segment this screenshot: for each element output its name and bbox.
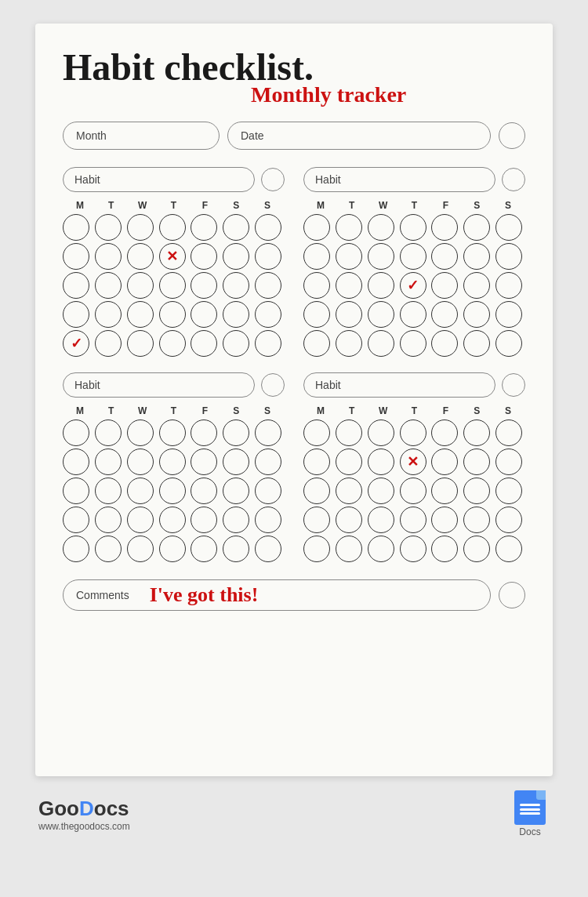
h2-r4-c7[interactable] (495, 301, 522, 328)
comment-pill[interactable]: Comments I've got this! (63, 579, 491, 611)
h2-r3-c6[interactable] (463, 272, 490, 299)
h3-r5-c4[interactable] (159, 536, 186, 562)
h4-r2-c1[interactable] (303, 448, 330, 475)
habit-4-pill[interactable]: Habit (303, 372, 495, 398)
h3-r5-c1[interactable] (63, 536, 89, 562)
h3-r1-c4[interactable] (159, 419, 186, 446)
h2-r2-c2[interactable] (336, 243, 362, 270)
h4-r4-c1[interactable] (303, 507, 330, 533)
h3-r1-c1[interactable] (63, 419, 89, 446)
h2-r1-c7[interactable] (495, 214, 522, 241)
h2-r3-c3[interactable] (368, 272, 394, 299)
h2-r1-c2[interactable] (336, 214, 362, 241)
h2-r5-c1[interactable] (303, 330, 330, 357)
h1-r4-c2[interactable] (95, 301, 122, 328)
h2-r1-c4[interactable] (400, 214, 426, 241)
h1-r1-c3[interactable] (127, 214, 154, 241)
h1-r5-c7[interactable] (255, 330, 281, 357)
h1-r1-c5[interactable] (191, 214, 217, 241)
h2-r3-c4[interactable]: ✓ (400, 272, 426, 299)
h2-r4-c2[interactable] (336, 301, 362, 328)
h1-r3-c3[interactable] (127, 272, 154, 299)
h3-r2-c4[interactable] (159, 448, 186, 475)
h2-r5-c4[interactable] (400, 330, 426, 357)
h3-r5-c5[interactable] (191, 536, 217, 562)
h1-r2-c4[interactable]: ✕ (159, 243, 186, 270)
h3-r1-c2[interactable] (95, 419, 122, 446)
h2-r1-c3[interactable] (368, 214, 394, 241)
h4-r4-c2[interactable] (336, 507, 362, 533)
h1-r5-c4[interactable] (159, 330, 186, 357)
h2-r1-c5[interactable] (431, 214, 458, 241)
h4-r4-c4[interactable] (400, 507, 426, 533)
h2-r2-c6[interactable] (463, 243, 490, 270)
h3-r2-c3[interactable] (127, 448, 154, 475)
h3-r3-c5[interactable] (191, 478, 217, 504)
h1-r1-c7[interactable] (255, 214, 281, 241)
h3-r5-c7[interactable] (255, 536, 281, 562)
h2-r2-c1[interactable] (303, 243, 330, 270)
h4-r3-c3[interactable] (368, 478, 394, 504)
h1-r3-c2[interactable] (95, 272, 122, 299)
h1-r4-c4[interactable] (159, 301, 186, 328)
h4-r5-c5[interactable] (431, 536, 458, 562)
h4-r2-c3[interactable] (368, 448, 394, 475)
h3-r4-c6[interactable] (223, 507, 249, 533)
h3-r1-c7[interactable] (255, 419, 281, 446)
h4-r4-c7[interactable] (495, 507, 522, 533)
habit-2-pill[interactable]: Habit (303, 167, 495, 192)
h2-r2-c5[interactable] (431, 243, 458, 270)
h3-r1-c3[interactable] (127, 419, 154, 446)
h3-r1-c5[interactable] (191, 419, 217, 446)
h4-r3-c6[interactable] (463, 478, 490, 504)
h3-r4-c1[interactable] (63, 507, 89, 533)
h2-r4-c4[interactable] (400, 301, 426, 328)
h1-r1-c1[interactable] (63, 214, 89, 241)
h4-r3-c1[interactable] (303, 478, 330, 504)
h2-r5-c5[interactable] (431, 330, 458, 357)
h4-r1-c4[interactable] (400, 419, 426, 446)
h2-r3-c7[interactable] (495, 272, 522, 299)
h4-r1-c6[interactable] (463, 419, 490, 446)
h2-r3-c5[interactable] (431, 272, 458, 299)
h2-r4-c3[interactable] (368, 301, 394, 328)
h1-r2-c3[interactable] (127, 243, 154, 270)
h4-r1-c3[interactable] (368, 419, 394, 446)
h2-r2-c7[interactable] (495, 243, 522, 270)
h3-r1-c6[interactable] (223, 419, 249, 446)
h3-r5-c2[interactable] (95, 536, 122, 562)
h3-r2-c7[interactable] (255, 448, 281, 475)
h2-r5-c2[interactable] (336, 330, 362, 357)
h4-r4-c3[interactable] (368, 507, 394, 533)
h2-r3-c2[interactable] (336, 272, 362, 299)
h3-r5-c3[interactable] (127, 536, 154, 562)
h4-r5-c1[interactable] (303, 536, 330, 562)
h1-r2-c7[interactable] (255, 243, 281, 270)
h3-r2-c2[interactable] (95, 448, 122, 475)
habit-1-pill[interactable]: Habit (63, 167, 255, 192)
h2-r4-c1[interactable] (303, 301, 330, 328)
h1-r1-c4[interactable] (159, 214, 186, 241)
h4-r3-c4[interactable] (400, 478, 426, 504)
h4-r5-c4[interactable] (400, 536, 426, 562)
h4-r4-c5[interactable] (431, 507, 458, 533)
h4-r5-c3[interactable] (368, 536, 394, 562)
h3-r4-c2[interactable] (95, 507, 122, 533)
h3-r3-c1[interactable] (63, 478, 89, 504)
h3-r5-c6[interactable] (223, 536, 249, 562)
h1-r5-c5[interactable] (191, 330, 217, 357)
h1-r3-c1[interactable] (63, 272, 89, 299)
h1-r1-c2[interactable] (95, 214, 122, 241)
h2-r1-c1[interactable] (303, 214, 330, 241)
h1-r5-c6[interactable] (223, 330, 249, 357)
h1-r3-c4[interactable] (159, 272, 186, 299)
h1-r5-c2[interactable] (95, 330, 122, 357)
h1-r2-c6[interactable] (223, 243, 249, 270)
h3-r3-c7[interactable] (255, 478, 281, 504)
habit-3-pill[interactable]: Habit (63, 372, 255, 398)
h1-r4-c5[interactable] (191, 301, 217, 328)
h4-r2-c5[interactable] (431, 448, 458, 475)
h2-r3-c1[interactable] (303, 272, 330, 299)
h3-r4-c7[interactable] (255, 507, 281, 533)
h2-r5-c6[interactable] (463, 330, 490, 357)
